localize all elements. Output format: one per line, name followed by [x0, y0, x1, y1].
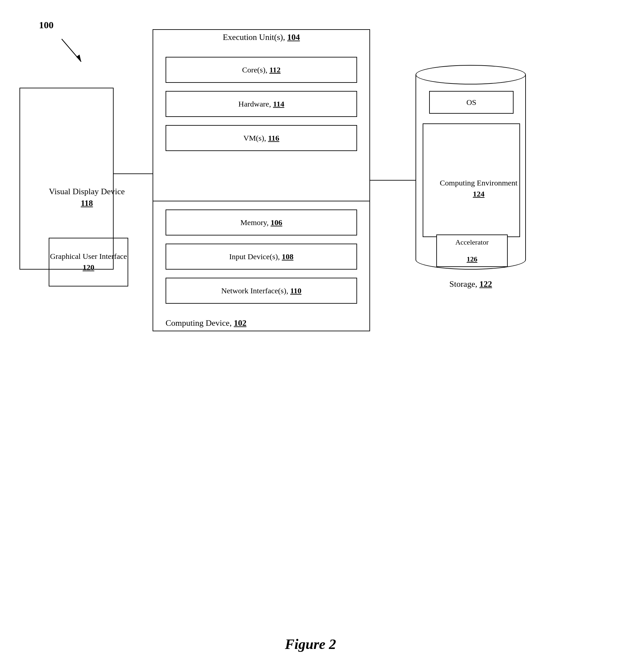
gui-text: Graphical User Interface [50, 252, 127, 261]
vdd-text: Visual Display Device [49, 187, 125, 196]
cores-number: 112 [270, 66, 281, 74]
diagram-ref-number: 100 [39, 19, 53, 31]
accelerator-box: Accelerator 126 [436, 235, 508, 267]
hardware-number: 114 [273, 100, 284, 108]
memory-text: Memory, [240, 218, 268, 227]
vms-text: VM(s), [244, 134, 266, 143]
acc-number: 126 [467, 255, 478, 263]
storage-number: 122 [480, 279, 492, 289]
figure-caption: Figure 2 [0, 636, 621, 653]
input-devices-box: Input Device(s), 108 [166, 244, 357, 270]
network-interface-number: 110 [290, 286, 301, 295]
network-interface-text: Network Interface(s), [221, 286, 288, 295]
hardware-text: Hardware, [238, 100, 271, 109]
acc-text: Accelerator [455, 238, 489, 246]
hardware-box: Hardware, 114 [166, 91, 357, 117]
svg-marker-1 [76, 54, 81, 62]
cores-box: Core(s), 112 [166, 57, 357, 83]
storage-group: OS Computing Environment 124 Accelerator… [416, 65, 526, 270]
execution-units-label: Execution Unit(s), 104 [159, 33, 364, 42]
ce-text: Computing Environment [440, 179, 518, 187]
os-label: OS [466, 98, 477, 107]
ce-label: Computing Environment 124 [432, 177, 525, 199]
ce-number: 124 [473, 190, 485, 198]
cores-text: Core(s), [242, 66, 267, 74]
cd-number: 102 [234, 318, 246, 328]
visual-display-device-box: Visual Display Device 118 Graphical User… [19, 88, 114, 270]
gui-box: Graphical User Interface 120 [49, 238, 128, 286]
vms-number: 116 [268, 134, 280, 142]
vdd-number: 118 [81, 198, 93, 208]
cd-text: Computing Device, [166, 318, 232, 328]
eu-number: 104 [287, 33, 300, 42]
memory-number: 106 [271, 218, 282, 227]
eu-text: Execution Unit(s), [223, 33, 285, 42]
cylinder-top [416, 65, 526, 84]
computing-device-label: Computing Device, 102 [166, 318, 246, 328]
svg-line-0 [62, 39, 81, 62]
storage-text: Storage, [449, 279, 477, 289]
storage-cylinder: OS Computing Environment 124 Accelerator… [416, 65, 526, 270]
network-interface-box: Network Interface(s), 110 [166, 278, 357, 304]
figure-caption-text: Figure 2 [285, 636, 336, 652]
gui-label: Graphical User Interface 120 [50, 251, 127, 273]
cylinder-body: OS Computing Environment 124 Accelerator… [416, 75, 526, 270]
gui-number: 120 [83, 263, 94, 272]
memory-box: Memory, 106 [166, 209, 357, 235]
input-devices-text: Input Device(s), [229, 252, 280, 261]
computing-environment-box: Computing Environment 124 Accelerator 12… [423, 123, 520, 237]
input-devices-number: 108 [282, 252, 293, 261]
storage-label: Storage, 122 [422, 279, 520, 289]
vms-box: VM(s), 116 [166, 125, 357, 151]
vdd-label: Visual Display Device 118 [42, 186, 131, 209]
os-box: OS [429, 91, 513, 114]
